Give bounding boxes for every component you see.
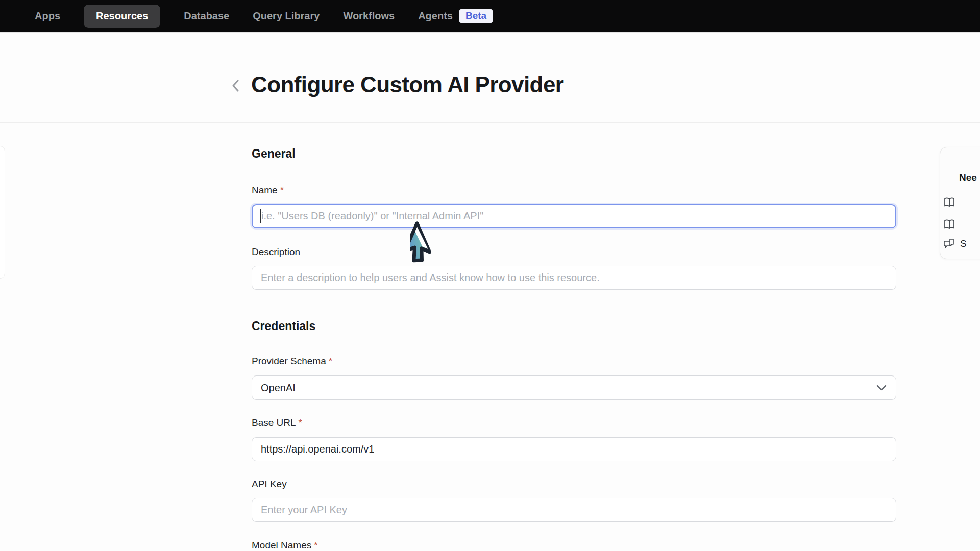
help-link-chat[interactable]: S bbox=[943, 238, 967, 249]
page-title: Configure Custom AI Provider bbox=[251, 72, 564, 97]
api-key-input[interactable] bbox=[252, 498, 896, 522]
help-panel-title: Nee bbox=[959, 172, 977, 183]
help-link-docs-1[interactable] bbox=[943, 196, 956, 209]
chevron-left-icon bbox=[230, 78, 241, 93]
nav-divider bbox=[0, 32, 980, 33]
base-url-label: Base URL* bbox=[252, 417, 302, 429]
beta-badge: Beta bbox=[459, 9, 493, 23]
chevron-down-icon bbox=[876, 384, 887, 391]
name-input[interactable] bbox=[252, 204, 896, 228]
help-link-docs-2[interactable] bbox=[943, 218, 956, 231]
base-url-input[interactable] bbox=[252, 437, 896, 461]
required-asterisk: * bbox=[280, 185, 284, 195]
nav-item-workflows[interactable]: Workflows bbox=[343, 10, 395, 22]
page: Apps Resources Database Query Library Wo… bbox=[0, 0, 980, 551]
model-names-label: Model Names* bbox=[252, 540, 318, 551]
back-button[interactable] bbox=[229, 78, 243, 94]
nav-item-apps[interactable]: Apps bbox=[35, 10, 60, 22]
text-caret bbox=[260, 209, 261, 223]
description-label: Description bbox=[252, 246, 300, 258]
top-nav: Apps Resources Database Query Library Wo… bbox=[0, 0, 980, 32]
section-general: General bbox=[252, 147, 296, 161]
left-card-edge bbox=[0, 146, 5, 279]
api-key-label: API Key bbox=[252, 479, 287, 490]
provider-schema-select[interactable]: OpenAI bbox=[252, 375, 896, 400]
selected-option: OpenAI bbox=[261, 382, 296, 394]
book-icon bbox=[943, 196, 956, 209]
help-chat-label: S bbox=[960, 238, 967, 249]
nav-item-database[interactable]: Database bbox=[184, 10, 229, 22]
required-asterisk: * bbox=[299, 417, 302, 428]
required-asterisk: * bbox=[314, 540, 317, 550]
header-divider bbox=[0, 122, 980, 123]
required-asterisk: * bbox=[329, 356, 332, 366]
name-label: Name* bbox=[252, 185, 284, 196]
nav-item-resources[interactable]: Resources bbox=[84, 5, 160, 28]
help-panel: Nee bbox=[940, 147, 980, 259]
provider-schema-label: Provider Schema* bbox=[252, 356, 332, 367]
book-icon bbox=[943, 218, 956, 231]
description-input[interactable] bbox=[252, 266, 896, 290]
section-credentials: Credentials bbox=[252, 319, 315, 333]
chat-icon bbox=[943, 238, 955, 249]
nav-item-agents[interactable]: Agents bbox=[418, 10, 453, 22]
nav-item-query-library[interactable]: Query Library bbox=[253, 10, 320, 22]
